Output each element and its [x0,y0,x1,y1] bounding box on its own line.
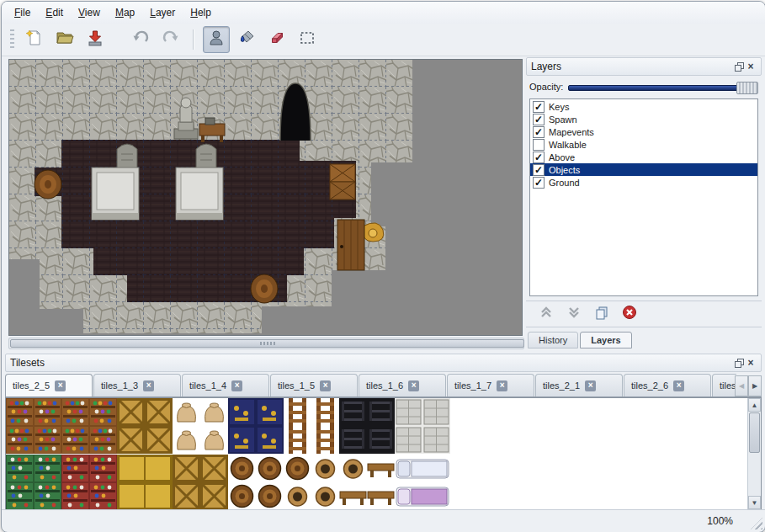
fill-tool-button[interactable] [233,26,260,53]
scroll-down-icon[interactable]: ▼ [748,496,761,509]
layer-checkbox[interactable]: ✓ [533,152,545,163]
tilesets-panel: Tilesets × tiles_2_5 × tiles_1_3 × tiles… [5,354,762,510]
layer-checkbox[interactable]: ✓ [533,164,545,176]
save-button[interactable] [82,26,109,53]
redo-button[interactable] [157,26,184,53]
close-tab-icon[interactable]: × [408,380,419,391]
move-layer-down-button[interactable] [566,306,582,322]
map-horizontal-scrollbar[interactable] [8,338,524,349]
menu-item-file[interactable]: File [7,3,38,22]
menu-item-help[interactable]: Help [183,3,219,22]
layer-row-objects[interactable]: ✓ Objects [530,163,757,176]
menu-item-edit[interactable]: Edit [38,3,71,22]
layer-label: Walkable [549,140,587,150]
close-panel-icon[interactable]: × [745,357,757,369]
layer-row-spawn[interactable]: ✓ Spawn [530,113,757,125]
main-toolbar [2,24,765,56]
layer-label: Spawn [549,114,577,125]
move-layer-up-button[interactable] [538,306,555,322]
close-panel-icon[interactable]: × [745,61,757,72]
tileset-tab[interactable]: tiles_1_4 × [182,374,269,396]
duplicate-layer-button[interactable] [593,306,610,322]
undo-button[interactable] [127,26,154,53]
layer-label: Objects [549,165,580,175]
tileset-tab[interactable]: tiles_1_7 × [447,374,534,396]
layer-checkbox[interactable]: ✓ [533,101,545,113]
stamp-tool-button[interactable] [203,26,230,53]
tileset-tab[interactable]: tiles_2_1 × [535,374,623,396]
open-file-button[interactable] [51,26,78,53]
scrollbar-grip [260,342,275,345]
close-tab-icon[interactable]: × [497,380,507,391]
select-tool-button[interactable] [294,26,321,53]
tileset-vertical-scrollbar[interactable]: ▲ ▼ [747,398,761,509]
menu-item-map[interactable]: Map [108,3,142,22]
scrollbar-thumb[interactable] [10,339,524,348]
layer-row-walkable[interactable]: Walkable [530,138,757,151]
chevron-down-icon [566,305,582,323]
tab-scroll-left-icon[interactable]: ◀ [735,375,748,396]
stone-block [92,168,139,220]
dock-tab-bar: History Layers [526,330,762,348]
tab-history[interactable]: History [528,332,578,348]
opacity-slider-track[interactable] [568,85,757,91]
tileset-tab[interactable]: tiles_1_3 × [93,374,181,396]
crate-stack [330,164,355,200]
layer-checkbox[interactable]: ✓ [533,114,545,125]
scrollbar-thumb[interactable] [749,412,760,453]
chevron-up-icon [539,305,554,323]
layer-row-mapevents[interactable]: ✓ Mapevents [530,125,757,138]
toolbar-grip[interactable] [10,29,14,50]
map-canvas[interactable] [8,59,523,336]
delete-layer-button[interactable] [621,306,638,322]
close-tab-icon[interactable]: × [143,380,154,391]
close-tab-icon[interactable]: × [585,380,596,391]
layers-panel-titlebar: Layers × [526,57,762,76]
layer-list: ✓ Keys ✓ Spawn ✓ Mapevents Walkable ✓ Ab… [529,98,758,296]
layer-label: Mapevents [549,127,594,137]
tileset-canvas[interactable]: ▲ ▼ [5,397,762,510]
close-tab-icon[interactable]: × [673,380,684,391]
tileset-tab[interactable]: tiles_1_6 × [359,374,446,396]
tileset-tab[interactable]: tiles_2_6 × [624,374,711,396]
float-panel-icon[interactable] [733,357,745,369]
toolbar-separator [193,29,194,50]
opacity-slider[interactable] [568,81,758,93]
opacity-row: Opacity: [526,76,762,96]
layer-checkbox[interactable] [533,139,545,151]
redo-icon [162,29,180,51]
close-tab-icon[interactable]: × [320,380,331,391]
menu-item-layer[interactable]: Layer [142,3,183,22]
float-panel-icon[interactable] [733,61,745,72]
selection-marquee-icon [298,29,316,51]
tileset-tab[interactable]: tiles_1_5 × [270,374,358,396]
layer-row-ground[interactable]: ✓ Ground [530,176,757,189]
barrel [251,274,278,303]
gravestone [196,144,216,169]
tileset-render [6,398,738,510]
layer-checkbox[interactable]: ✓ [533,177,545,189]
tileset-tab[interactable]: tiles_2_7 × [712,374,736,396]
close-tab-icon[interactable]: × [55,380,66,391]
duplicate-icon [594,305,609,323]
opacity-slider-handle[interactable] [736,82,758,94]
tileset-tab[interactable]: tiles_2_5 × [5,374,93,396]
golden-horn [363,223,384,242]
tab-scroll-right-icon[interactable]: ▶ [748,375,762,396]
tab-layers[interactable]: Layers [580,332,631,348]
menu-item-view[interactable]: View [71,3,108,22]
layer-row-keys[interactable]: ✓ Keys [530,100,757,113]
wooden-door [337,220,364,270]
close-tab-icon[interactable]: × [231,380,242,391]
scroll-up-icon[interactable]: ▲ [748,398,761,412]
status-bar: 100% [2,509,765,532]
new-file-icon [25,29,44,51]
resize-grip[interactable] [751,518,762,529]
eraser-tool-button[interactable] [263,26,290,53]
tileset-tab-row: tiles_2_5 × tiles_1_3 × tiles_1_4 × tile… [5,374,762,397]
new-file-button[interactable] [21,26,48,53]
layer-row-above[interactable]: ✓ Above [530,151,757,163]
app-window: File Edit View Map Layer Help [1,1,765,532]
layer-checkbox[interactable]: ✓ [533,126,545,138]
layers-panel: Layers × Opacity: ✓ Keys ✓ Spawn [526,57,762,348]
